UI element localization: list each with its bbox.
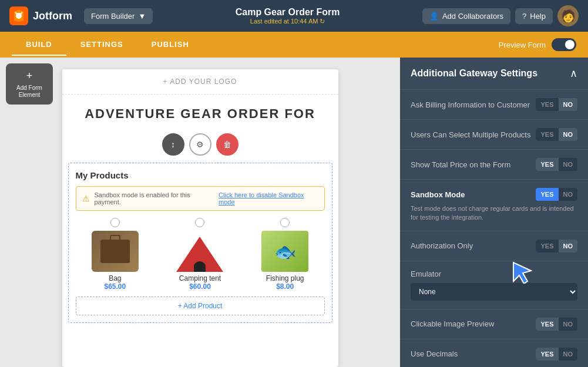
product-price-fish: $8.00	[246, 282, 325, 291]
setting-use-decimals: Use Decimals YES NO	[400, 339, 588, 367]
product-name-tent: Camping tent	[160, 274, 240, 282]
authorization-only-toggle[interactable]: YES NO	[536, 240, 577, 252]
disable-sandbox-link[interactable]: Click here to disable Sandbox mode	[219, 191, 318, 206]
sandbox-mode-toggle[interactable]: YES NO	[536, 188, 577, 201]
setting-show-total: Show Total Price on the Form YES NO	[400, 150, 588, 180]
tab-settings[interactable]: SETTINGS	[66, 34, 137, 56]
form-card: + ADD YOUR LOGO ADVENTURE GEAR ORDER FOR…	[62, 69, 338, 367]
setting-multiple-products: Users Can Select Multiple Products YES N…	[400, 120, 588, 150]
setting-clickable-image: Clickable Image Preview YES NO	[400, 309, 588, 339]
plus-icon: +	[26, 70, 33, 82]
clickable-image-label: Clickable Image Preview	[411, 319, 536, 328]
show-total-label: Show Total Price on the Form	[411, 160, 536, 169]
sandbox-notice: ⚠ Sandbox mode is enabled for this payme…	[76, 186, 325, 211]
product-price-tent: $60.00	[160, 282, 240, 291]
product-item-tent: Camping tent $60.00	[160, 218, 240, 291]
secondary-navigation: BUILD SETTINGS PUBLISH Preview Form	[0, 32, 588, 58]
panel-header: Additional Gateway Settings ∧	[400, 58, 588, 90]
form-builder-button[interactable]: Form Builder ▼	[84, 8, 153, 24]
warning-icon: ⚠	[82, 194, 90, 203]
use-decimals-label: Use Decimals	[411, 349, 536, 358]
emulator-label: Emulator	[411, 270, 577, 278]
ask-billing-label: Ask Billing Information to Customer	[411, 100, 536, 109]
product-price-bag: $65.00	[76, 282, 155, 291]
logo-area: Jotform	[9, 6, 72, 25]
gear-icon: ⚙	[196, 140, 204, 149]
product-name-fish: Fishing plug	[246, 274, 325, 282]
main-area: + Add Form Element + ADD YOUR LOGO ADVEN…	[0, 58, 588, 367]
adventure-form-title: ADVENTURE GEAR ORDER FOR	[74, 106, 327, 122]
product-image-tent	[176, 231, 223, 272]
show-total-toggle[interactable]: YES NO	[536, 158, 577, 171]
clickable-image-toggle[interactable]: YES NO	[536, 318, 577, 331]
use-decimals-toggle[interactable]: YES NO	[536, 348, 577, 361]
nav-actions: 👤 Add Collaborators ? Help 🧑	[422, 5, 579, 26]
preview-label: Preview Form	[499, 41, 546, 49]
tab-build[interactable]: BUILD	[12, 34, 66, 56]
help-button[interactable]: ? Help	[515, 8, 553, 24]
settings-control-button[interactable]: ⚙	[189, 133, 211, 156]
sync-icon: ↻	[320, 18, 325, 25]
move-icon: ↕	[171, 140, 175, 149]
preview-form-toggle[interactable]	[552, 38, 576, 51]
product-image-bag	[92, 231, 139, 272]
form-builder-label: Form Builder	[91, 12, 135, 21]
product-radio-bag[interactable]	[110, 218, 120, 227]
logo-text: Jotform	[33, 10, 72, 22]
multiple-products-label: Users Can Select Multiple Products	[411, 130, 536, 139]
add-collaborators-button[interactable]: 👤 Add Collaborators	[422, 8, 510, 24]
form-title: Camp Gear Order Form	[160, 7, 415, 18]
trash-icon: 🗑	[223, 140, 231, 149]
product-item-fish: 🐟 Fishing plug $8.00	[246, 218, 325, 291]
delete-control-button[interactable]: 🗑	[216, 133, 238, 156]
setting-authorization-only: Authorization Only YES NO	[400, 231, 588, 261]
product-item-bag: Bag $65.00	[76, 218, 155, 291]
add-form-element-button[interactable]: + Add Form Element	[6, 63, 53, 105]
form-title-section: ADVENTURE GEAR ORDER FOR	[62, 95, 338, 133]
add-form-element-label: Add Form Element	[6, 85, 53, 99]
user-avatar[interactable]: 🧑	[557, 5, 579, 26]
sandbox-mode-label: Sandbox Mode	[411, 190, 536, 199]
product-image-fish: 🐟	[261, 231, 308, 272]
tab-publish[interactable]: PUBLISH	[137, 34, 203, 56]
chevron-down-icon: ▼	[138, 12, 146, 21]
panel-title: Additional Gateway Settings	[411, 68, 537, 79]
preview-area: Preview Form	[499, 38, 576, 51]
jotform-logo-icon	[9, 6, 28, 25]
right-panel: Additional Gateway Settings ∧ Ask Billin…	[400, 58, 588, 367]
form-title-area: Camp Gear Order Form Last edited at 10:4…	[160, 7, 415, 25]
add-product-button[interactable]: + Add Product	[76, 297, 325, 315]
setting-sandbox-mode: Sandbox Mode YES NO Test mode does not c…	[400, 180, 588, 231]
sandbox-top: Sandbox Mode YES NO	[411, 188, 577, 201]
product-name-bag: Bag	[76, 274, 155, 282]
collapse-panel-button[interactable]: ∧	[570, 67, 577, 80]
products-section: My Products ⚠ Sandbox mode is enabled fo…	[68, 163, 332, 323]
setting-emulator: Emulator None	[400, 261, 588, 309]
logo-placeholder[interactable]: + ADD YOUR LOGO	[62, 69, 338, 95]
product-radio-tent[interactable]	[195, 218, 204, 227]
user-icon: 👤	[429, 12, 439, 21]
multiple-products-toggle[interactable]: YES NO	[536, 128, 577, 141]
setting-ask-billing: Ask Billing Information to Customer YES …	[400, 90, 588, 120]
ask-billing-toggle[interactable]: YES NO	[536, 98, 577, 111]
products-grid: Bag $65.00 Camping tent $60.00	[76, 218, 325, 291]
sandbox-mode-description: Test mode does not charge regular cards …	[411, 204, 577, 223]
form-subtitle: Last edited at 10:44 AM ↻	[160, 18, 415, 25]
element-controls: ↕ ⚙ 🗑	[62, 133, 338, 156]
top-navigation: Jotform Form Builder ▼ Camp Gear Order F…	[0, 0, 588, 32]
products-section-title: My Products	[76, 170, 325, 180]
emulator-select[interactable]: None	[411, 283, 577, 301]
product-radio-fish[interactable]	[280, 218, 290, 227]
authorization-only-label: Authorization Only	[411, 241, 536, 250]
move-control-button[interactable]: ↕	[162, 133, 184, 156]
help-icon: ?	[522, 12, 526, 21]
sandbox-notice-text: Sandbox mode is enabled for this payment…	[95, 191, 214, 206]
form-canvas: + Add Form Element + ADD YOUR LOGO ADVEN…	[0, 58, 400, 367]
